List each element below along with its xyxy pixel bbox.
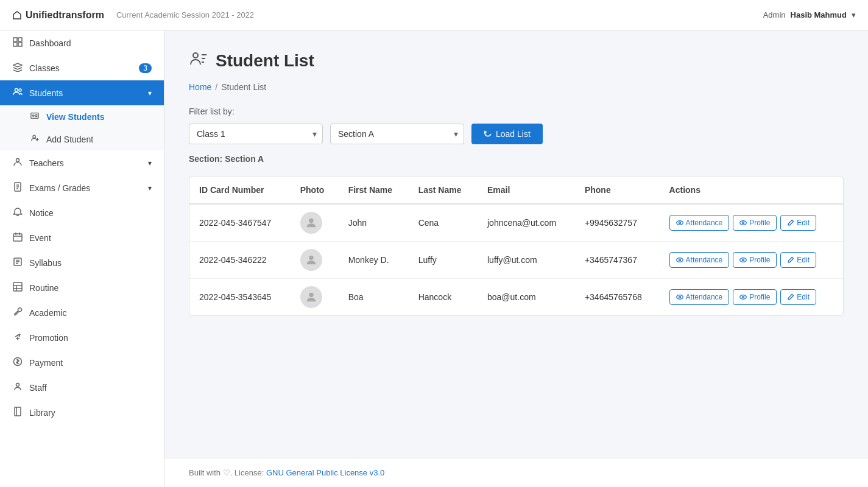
load-list-button[interactable]: Load List <box>471 124 543 144</box>
profile-button[interactable]: Profile <box>733 215 777 231</box>
list-icon <box>12 257 23 268</box>
cell-photo <box>291 242 339 279</box>
layers-icon <box>12 62 23 74</box>
sidebar-item-exams[interactable]: Exams / Grades ▾ <box>0 175 164 200</box>
students-table-card: ID Card Number Photo First Name Last Nam… <box>189 176 844 316</box>
svg-rect-19 <box>13 234 22 241</box>
app-name: Unifiedtransform <box>26 10 104 21</box>
eye-icon <box>676 293 683 301</box>
sidebar-label-add-student: Add Student <box>46 135 93 144</box>
section-select[interactable]: Section A Section B Section C <box>330 124 464 144</box>
home-icon <box>12 10 22 20</box>
svg-point-7 <box>33 115 35 117</box>
cell-phone: +3465747367 <box>575 242 660 279</box>
table-header-row: ID Card Number Photo First Name Last Nam… <box>189 177 843 204</box>
top-navigation: Unifiedtransform Current Academic Sessio… <box>0 0 868 30</box>
sidebar-item-classes[interactable]: Classes 3 <box>0 55 164 80</box>
attendance-button[interactable]: Attendance <box>669 252 730 268</box>
sidebar-label-notice: Notice <box>29 208 54 218</box>
bell-icon <box>12 207 23 219</box>
cell-id: 2022-045-3543645 <box>189 279 291 316</box>
col-lastname: Last Name <box>409 177 478 204</box>
svg-point-45 <box>676 221 683 225</box>
load-list-label: Load List <box>496 129 531 139</box>
book-icon <box>12 407 23 418</box>
table-row: 2022-045-346222 Monkey D. Luffy luffy@ut… <box>189 242 843 279</box>
sidebar-item-routine[interactable]: Routine <box>0 275 164 300</box>
edit-button[interactable]: Edit <box>780 289 816 305</box>
sidebar-item-syllabus[interactable]: Syllabus <box>0 250 164 275</box>
col-id: ID Card Number <box>189 177 291 204</box>
sidebar-label-exams: Exams / Grades <box>29 183 90 193</box>
sidebar-label-students: Students <box>29 88 63 98</box>
sidebar-label-staff: Staff <box>29 383 47 393</box>
class-select[interactable]: Class 1 Class 2 Class 3 <box>189 124 323 144</box>
svg-point-14 <box>16 159 19 162</box>
cell-firstname: Boa <box>339 279 409 316</box>
breadcrumb-home[interactable]: Home <box>189 82 211 92</box>
sidebar-item-library[interactable]: Library <box>0 400 164 425</box>
sidebar-label-routine: Routine <box>29 283 58 293</box>
add-student-icon <box>29 134 40 144</box>
section-value: Section A <box>225 154 264 164</box>
student-photo <box>300 212 322 234</box>
sidebar-item-notice[interactable]: Notice <box>0 200 164 225</box>
staff-icon <box>12 382 23 393</box>
students-submenu: View Students Add Student <box>0 105 164 150</box>
edit-icon <box>787 219 794 226</box>
students-table: ID Card Number Photo First Name Last Nam… <box>189 177 843 315</box>
refresh-icon <box>484 130 492 138</box>
username[interactable]: Hasib Mahmud <box>791 10 847 19</box>
eye-icon <box>676 219 683 226</box>
filter-label: Filter list by: <box>189 107 844 116</box>
sidebar-item-academic[interactable]: Academic <box>0 300 164 325</box>
student-photo <box>300 286 322 308</box>
attendance-button[interactable]: Attendance <box>669 289 730 305</box>
svg-point-37 <box>16 384 19 387</box>
app-logo: Unifiedtransform <box>12 10 104 21</box>
table-icon <box>12 282 23 293</box>
profile-button[interactable]: Profile <box>733 289 777 305</box>
section-select-wrapper: Section A Section B Section C <box>330 124 464 144</box>
top-nav-right: Admin Hasib Mahmud ▾ <box>763 10 856 19</box>
breadcrumb: Home / Student List <box>189 82 844 92</box>
users-icon <box>12 87 23 99</box>
col-phone: Phone <box>575 177 660 204</box>
sidebar-item-event[interactable]: Event <box>0 225 164 250</box>
action-buttons: Attendance Profile Edit <box>669 252 833 268</box>
cell-firstname: Monkey D. <box>339 242 409 279</box>
exams-icon <box>12 182 23 194</box>
cell-actions: Attendance Profile Edit <box>660 242 843 279</box>
svg-rect-2 <box>13 43 17 46</box>
svg-point-5 <box>19 89 21 91</box>
cell-email: johncena@ut.com <box>478 204 575 242</box>
action-buttons: Attendance Profile Edit <box>669 215 833 231</box>
sidebar-item-view-students[interactable]: View Students <box>0 105 164 128</box>
tool-icon <box>12 307 23 318</box>
footer-license-link[interactable]: GNU General Public License v3.0 <box>266 468 384 477</box>
cell-lastname: Cena <box>409 204 478 242</box>
user-dropdown-icon[interactable]: ▾ <box>852 10 856 19</box>
profile-button[interactable]: Profile <box>733 252 777 268</box>
cell-photo <box>291 279 339 316</box>
view-students-icon <box>29 111 40 122</box>
sidebar-item-staff[interactable]: Staff <box>0 375 164 400</box>
sidebar-item-students[interactable]: Students ▾ <box>0 80 164 105</box>
sidebar-item-dashboard[interactable]: Dashboard <box>0 30 164 55</box>
sidebar-item-teachers[interactable]: Teachers ▾ <box>0 150 164 175</box>
sidebar-label-academic: Academic <box>29 308 66 318</box>
sidebar-item-promotion[interactable]: Promotion <box>0 325 164 350</box>
edit-button[interactable]: Edit <box>780 252 816 268</box>
svg-rect-1 <box>18 38 22 41</box>
exams-chevron: ▾ <box>148 184 152 192</box>
col-photo: Photo <box>291 177 339 204</box>
sidebar-item-add-student[interactable]: Add Student <box>0 128 164 150</box>
sidebar-label-event: Event <box>29 233 51 243</box>
attendance-button[interactable]: Attendance <box>669 215 730 231</box>
sidebar-item-payment[interactable]: Payment <box>0 350 164 375</box>
breadcrumb-current: Student List <box>221 82 266 92</box>
cell-phone: +9945632757 <box>575 204 660 242</box>
edit-button[interactable]: Edit <box>780 215 816 231</box>
section-prefix: Section: <box>189 154 222 164</box>
cell-id: 2022-045-346222 <box>189 242 291 279</box>
